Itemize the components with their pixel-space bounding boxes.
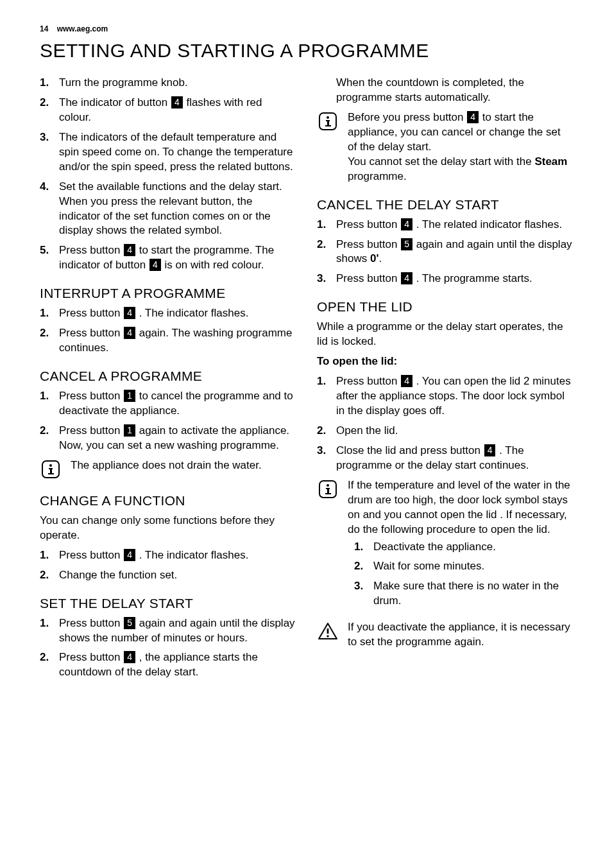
info-note: If the temperature and level of the wate… bbox=[317, 478, 572, 614]
list-item: Wait for some minutes. bbox=[354, 559, 572, 574]
button-ref-icon: 5 bbox=[124, 617, 135, 629]
info-note: Before you press button 4 to start the a… bbox=[317, 110, 572, 184]
page-number: 14 bbox=[40, 24, 48, 33]
list-item: Make sure that there is no water in the … bbox=[354, 579, 572, 609]
list-item: Press button 1 to cancel the programme a… bbox=[40, 389, 295, 419]
cancel-delay-steps: Press button 4 . The related indicator f… bbox=[317, 218, 572, 287]
interrupt-steps: Press button 4 . The indicator flashes. … bbox=[40, 306, 295, 356]
section-heading: CHANGE A FUNCTION bbox=[40, 493, 295, 508]
list-item: Press button 5 again and again until the… bbox=[40, 616, 295, 646]
button-ref-icon: 1 bbox=[124, 390, 135, 402]
svg-point-17 bbox=[327, 636, 328, 638]
svg-rect-9 bbox=[325, 125, 331, 126]
intro-steps: Turn the programme knob. The indicator o… bbox=[40, 76, 295, 273]
delay-steps: Press button 5 again and again until the… bbox=[40, 616, 295, 681]
note-body: Before you press button 4 to start the a… bbox=[348, 110, 572, 184]
cancel-steps: Press button 1 to cancel the programme a… bbox=[40, 389, 295, 453]
note-body: If you deactivate the appliance, it is n… bbox=[348, 620, 572, 650]
note-body: If the temperature and level of the wate… bbox=[348, 478, 572, 614]
open-lid-steps: Press button 4 . You can open the lid 2 … bbox=[317, 374, 572, 473]
section-heading: SET THE DELAY START bbox=[40, 596, 295, 611]
svg-point-1 bbox=[49, 464, 52, 467]
svg-rect-14 bbox=[325, 493, 331, 494]
button-ref-icon: 4 bbox=[124, 244, 135, 256]
list-item: Press button 4 again. The washing progra… bbox=[40, 326, 295, 356]
button-ref-icon: 4 bbox=[124, 307, 135, 319]
page-header: 14 www.aeg.com bbox=[40, 24, 572, 33]
section-heading: OPEN THE LID bbox=[317, 299, 572, 315]
button-ref-icon: 4 bbox=[149, 259, 161, 271]
button-ref-icon: 4 bbox=[484, 444, 496, 456]
button-ref-icon: 4 bbox=[401, 272, 412, 284]
info-icon bbox=[40, 458, 62, 480]
svg-point-11 bbox=[327, 484, 329, 487]
button-ref-icon: 1 bbox=[124, 424, 135, 437]
note-body: The appliance does not drain the water. bbox=[71, 458, 295, 480]
svg-point-6 bbox=[327, 116, 329, 119]
paragraph: You can change only some functions befor… bbox=[40, 514, 295, 543]
page-title: SETTING AND STARTING A PROGRAMME bbox=[40, 40, 572, 62]
svg-rect-4 bbox=[48, 473, 54, 474]
svg-rect-16 bbox=[327, 629, 329, 634]
list-item: Change the function set. bbox=[40, 568, 295, 583]
button-ref-icon: 4 bbox=[171, 96, 183, 108]
list-item: Press button 4 . The indicator flashes. bbox=[40, 548, 295, 563]
info-note: The appliance does not drain the water. bbox=[40, 458, 295, 480]
list-item: Deactivate the appliance. bbox=[354, 540, 572, 555]
section-heading: INTERRUPT A PROGRAMME bbox=[40, 286, 295, 301]
paragraph-bold: To open the lid: bbox=[317, 354, 572, 369]
button-ref-icon: 4 bbox=[467, 111, 479, 123]
content-columns: Turn the programme knob. The indicator o… bbox=[40, 73, 572, 685]
section-heading: CANCEL THE DELAY START bbox=[317, 197, 572, 213]
list-item: Set the available functions and the dela… bbox=[40, 180, 295, 239]
button-ref-icon: 4 bbox=[124, 549, 135, 561]
list-item: Press button 4 . The programme starts. bbox=[317, 272, 572, 286]
list-item: Press button 4 . You can open the lid 2 … bbox=[317, 374, 572, 419]
list-item: Press button 4 , the appliance starts th… bbox=[40, 650, 295, 680]
button-ref-icon: 5 bbox=[401, 238, 412, 250]
list-item: Press button 1 again to activate the app… bbox=[40, 424, 295, 453]
left-column: Turn the programme knob. The indicator o… bbox=[40, 73, 295, 685]
page: 14 www.aeg.com SETTING AND STARTING A PR… bbox=[0, 0, 612, 868]
info-icon bbox=[317, 478, 339, 500]
list-item: The indicators of the default temperatur… bbox=[40, 130, 295, 175]
paragraph: When the countdown is completed, the pro… bbox=[317, 76, 572, 105]
button-ref-icon: 4 bbox=[124, 327, 135, 339]
button-ref-icon: 4 bbox=[124, 651, 135, 663]
list-item: Press button 5 again and again until the… bbox=[317, 238, 572, 267]
list-item: Press button 4 to start the programme. T… bbox=[40, 243, 295, 273]
info-icon bbox=[317, 110, 339, 132]
note-info-steps: Deactivate the appliance. Wait for some … bbox=[354, 540, 572, 609]
list-item: Press button 4 . The related indicator f… bbox=[317, 218, 572, 232]
right-column: When the countdown is completed, the pro… bbox=[317, 73, 572, 685]
section-heading: CANCEL A PROGRAMME bbox=[40, 369, 295, 384]
warning-icon bbox=[317, 620, 339, 642]
list-item: Press button 4 . The indicator flashes. bbox=[40, 306, 295, 321]
list-item: Open the lid. bbox=[317, 424, 572, 438]
button-ref-icon: 4 bbox=[401, 375, 412, 387]
button-ref-icon: 4 bbox=[401, 218, 412, 230]
warning-note: If you deactivate the appliance, it is n… bbox=[317, 620, 572, 650]
list-item: The indicator of button 4 flashes with r… bbox=[40, 96, 295, 125]
paragraph: While a programme or the delay start ope… bbox=[317, 320, 572, 349]
list-item: Close the lid and press button 4 . The p… bbox=[317, 444, 572, 473]
change-steps: Press button 4 . The indicator flashes. … bbox=[40, 548, 295, 583]
page-header-url: www.aeg.com bbox=[57, 24, 108, 33]
list-item: Turn the programme knob. bbox=[40, 76, 295, 91]
